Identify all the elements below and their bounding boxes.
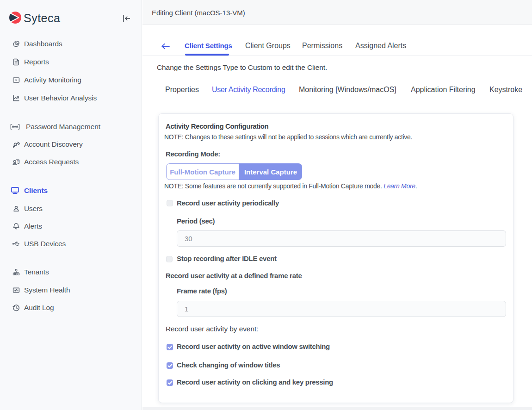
svg-text:?: ? <box>17 160 19 163</box>
